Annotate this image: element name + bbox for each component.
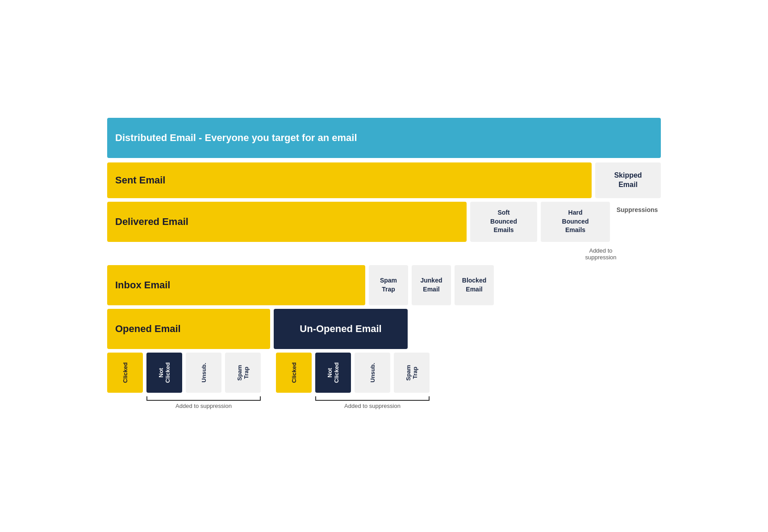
clicked-1-box: Clicked — [107, 353, 143, 393]
suppressions-text: Suppressions — [617, 206, 658, 213]
bracket-line-1 — [146, 396, 261, 401]
inbox-email-box: Inbox Email — [107, 265, 365, 305]
row-sent: Sent Email Skipped Email — [107, 162, 661, 198]
sent-email-label: Sent Email — [115, 175, 165, 186]
skipped-email-box: Skipped Email — [595, 162, 661, 198]
skipped-email-label: Skipped Email — [614, 171, 642, 190]
added-suppression-1-text: Added to suppression — [175, 403, 232, 409]
unopened-email-label: Un-Opened Email — [300, 323, 381, 335]
not-clicked-2-label: Not Clicked — [326, 362, 340, 382]
bracket-spacer-clicked-2 — [276, 396, 312, 410]
row-brackets: Added to suppression Added to suppressio… — [107, 396, 661, 410]
clicked-2-box: Clicked — [276, 353, 312, 393]
inbox-email-label: Inbox Email — [115, 279, 170, 291]
gap — [264, 353, 272, 393]
soft-bounced-label: Soft Bounced Emails — [490, 208, 517, 235]
added-suppression-2-label: Added to suppression — [344, 403, 401, 410]
spam-trap-label: Spam Trap — [380, 276, 397, 294]
distributed-email-box: Distributed Email - Everyone you target … — [107, 118, 661, 158]
spam-trap-1-label: Spam Trap — [236, 365, 250, 380]
unsub-1-box: Unsub. — [186, 353, 221, 393]
clicked-2-label: Clicked — [291, 362, 297, 382]
unopened-email-box: Un-Opened Email — [274, 309, 408, 349]
opened-email-label: Opened Email — [115, 323, 181, 335]
row-distributed: Distributed Email - Everyone you target … — [107, 118, 661, 158]
hard-bounced-box: Hard Bounced Emails — [541, 202, 610, 242]
blocked-email-box: Blocked Email — [455, 265, 494, 305]
bracket-line-2 — [315, 396, 430, 401]
unsub-2-box: Unsub. — [355, 353, 390, 393]
not-clicked-1-box: Not Clicked — [146, 353, 182, 393]
delivered-email-box: Delivered Email — [107, 202, 467, 242]
hard-bounced-label: Hard Bounced Emails — [562, 208, 589, 235]
row-opened: Opened Email Un-Opened Email — [107, 309, 661, 349]
spacer-2 — [470, 245, 537, 261]
spam-trap-box: Spam Trap — [369, 265, 408, 305]
suppressions-label: Suppressions — [614, 202, 661, 242]
junked-email-box: Junked Email — [412, 265, 451, 305]
added-suppression-right-text: Added to suppression — [585, 247, 616, 261]
added-suppression-right-label: Added to suppression — [541, 245, 661, 261]
delivered-email-label: Delivered Email — [115, 216, 188, 228]
soft-bounced-box: Soft Bounced Emails — [470, 202, 537, 242]
sent-email-box: Sent Email — [107, 162, 592, 198]
spacer-1 — [107, 245, 467, 261]
clicked-1-label: Clicked — [122, 362, 129, 382]
added-suppression-2-text: Added to suppression — [344, 403, 401, 409]
row-sub-items: Clicked Not Clicked Unsub. Spam Trap Cli… — [107, 353, 661, 393]
spam-trap-2-box: Spam Trap — [394, 353, 430, 393]
not-clicked-2-box: Not Clicked — [315, 353, 351, 393]
bracket-opened-group: Added to suppression — [146, 396, 261, 410]
unsub-2-label: Unsub. — [369, 363, 376, 382]
row-inbox: Inbox Email Spam Trap Junked Email Block… — [107, 265, 661, 305]
diagram-wrapper: Distributed Email - Everyone you target … — [94, 104, 674, 428]
distributed-email-label: Distributed Email - Everyone you target … — [115, 132, 357, 144]
row-delivered: Delivered Email Soft Bounced Emails Hard… — [107, 202, 661, 242]
spam-trap-2-label: Spam Trap — [405, 365, 418, 380]
blocked-email-label: Blocked Email — [462, 276, 486, 294]
spam-trap-1-box: Spam Trap — [225, 353, 261, 393]
bracket-gap — [264, 396, 272, 410]
junked-email-label: Junked Email — [420, 276, 442, 294]
opened-email-box: Opened Email — [107, 309, 270, 349]
unsub-1-label: Unsub. — [200, 363, 207, 382]
row-added-suppression-right: Added to suppression — [107, 245, 661, 261]
bracket-unopened-group: Added to suppression — [315, 396, 430, 410]
not-clicked-1-label: Not Clicked — [158, 362, 171, 382]
added-suppression-1-label: Added to suppression — [175, 403, 232, 410]
bracket-spacer-clicked — [107, 396, 143, 410]
